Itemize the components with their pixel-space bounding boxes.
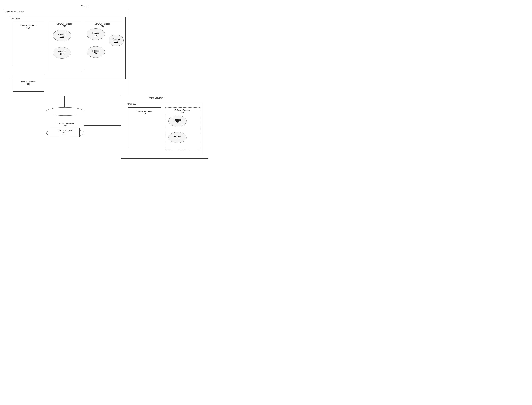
ref-300-label: 300 <box>86 5 89 8</box>
partition-312-arrival-box <box>165 107 200 150</box>
process-324-ellipse: Process324 <box>87 28 105 40</box>
network-device-label: Network Device340 <box>16 81 41 85</box>
process-320-ellipse: Process320 <box>53 30 71 41</box>
partition-316-label: Software Partition316 <box>131 110 158 115</box>
partition-312-departure-label: Software Partition312 <box>51 23 78 27</box>
kernel-306-label: Kernel 306 <box>11 17 20 20</box>
diagram: 300 Departure Server 302 Kernel 306 Soft… <box>0 0 211 162</box>
kernel-308-label: Kernel 308 <box>127 103 136 105</box>
process-328-ellipse: Process328 <box>109 35 124 46</box>
svg-rect-8 <box>47 111 84 115</box>
process-326-ellipse: Process326 <box>87 46 105 58</box>
arrival-server-label: Arrival Server 304 <box>149 97 164 99</box>
partition-312-arrival-label: Software Partition312 <box>168 109 196 114</box>
process-322-ellipse: Process322 <box>53 47 71 59</box>
partition-310-label: Software Partition310 <box>17 24 40 29</box>
storage-label: Data Storage Device332 <box>48 122 83 127</box>
checkpoint-label: Checkpoint Data330 <box>50 129 79 134</box>
process-320-arrival-ellipse: Process320 <box>168 116 187 126</box>
partition-312-departure-box <box>48 21 81 72</box>
departure-server-label: Departure Server 302 <box>5 11 24 13</box>
partition-314-label: Software Partition314 <box>88 23 117 27</box>
process-322-arrival-ellipse: Process322 <box>168 132 187 143</box>
